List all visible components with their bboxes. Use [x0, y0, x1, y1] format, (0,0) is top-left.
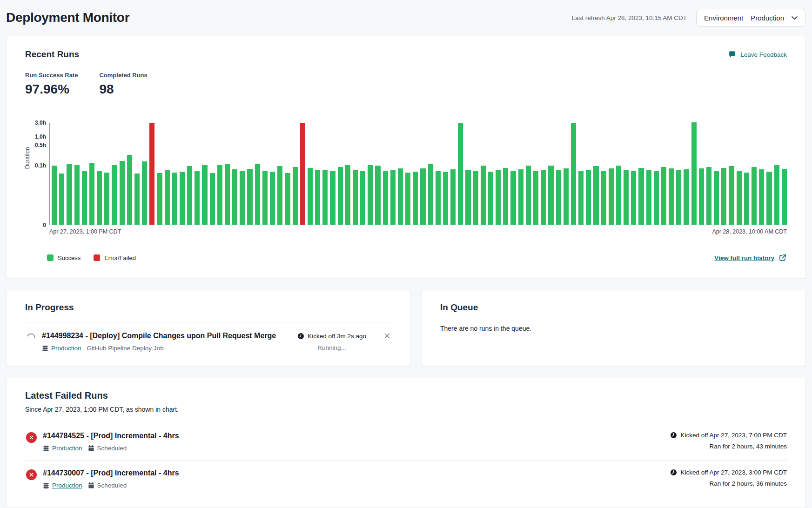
chart-bar-success[interactable]	[89, 163, 94, 225]
chart-bar-success[interactable]	[210, 173, 215, 225]
chart-bar-success[interactable]	[112, 165, 117, 225]
chart-bar-success[interactable]	[541, 170, 546, 225]
view-full-run-history-link[interactable]: View full run history	[714, 254, 787, 262]
chart-bar-success[interactable]	[383, 171, 388, 225]
chart-bar-success[interactable]	[443, 172, 448, 225]
chart-bar-success[interactable]	[262, 171, 268, 225]
chart-bar-success[interactable]	[533, 171, 538, 225]
chart-bar-success[interactable]	[684, 169, 689, 225]
chart-bar-success[interactable]	[526, 166, 531, 225]
chart-bar-success[interactable]	[593, 166, 598, 225]
chart-bar-success[interactable]	[195, 171, 200, 225]
chart-bar-success[interactable]	[699, 168, 704, 225]
chart-bar-success[interactable]	[661, 167, 666, 225]
chart-bar-success[interactable]	[202, 165, 207, 225]
chart-bar-success[interactable]	[766, 172, 772, 225]
environment-link[interactable]: Production	[42, 345, 81, 352]
chart-bar-success[interactable]	[601, 171, 606, 225]
chart-bar-success[interactable]	[420, 168, 425, 225]
chart-bar-success[interactable]	[277, 166, 282, 225]
chart-bar-success[interactable]	[360, 171, 365, 225]
chart-bar-success[interactable]	[458, 123, 463, 225]
chart-bar-success[interactable]	[428, 164, 433, 225]
environment-dropdown[interactable]: Environment Production	[696, 9, 805, 27]
chart-bar-success[interactable]	[669, 168, 674, 225]
chart-bar-success[interactable]	[616, 166, 621, 225]
chart-bar-success[interactable]	[624, 170, 629, 225]
chart-bar-success[interactable]	[375, 166, 380, 225]
chart-bar-success[interactable]	[646, 170, 651, 225]
chart-bar-success[interactable]	[247, 169, 252, 225]
close-icon[interactable]	[383, 332, 391, 340]
chart-bar-success[interactable]	[187, 166, 192, 225]
chart-bar-success[interactable]	[518, 169, 523, 225]
chart-bar-success[interactable]	[503, 168, 508, 225]
environment-link[interactable]: Production	[43, 445, 82, 452]
chart-bar-success[interactable]	[481, 166, 486, 225]
chart-bar-success[interactable]	[225, 164, 230, 225]
chart-bar-success[interactable]	[270, 172, 275, 225]
chart-bar-success[interactable]	[654, 171, 659, 225]
chart-bar-success[interactable]	[450, 169, 456, 225]
chart-bar-success[interactable]	[330, 171, 335, 225]
chart-bar-success[interactable]	[217, 165, 222, 225]
chart-bar-success[interactable]	[52, 166, 57, 225]
chart-bar-success[interactable]	[127, 155, 132, 225]
chart-bar-success[interactable]	[752, 167, 757, 225]
chart-bar-success[interactable]	[285, 173, 290, 225]
chart-bar-success[interactable]	[82, 171, 87, 225]
chart-bar-success[interactable]	[744, 173, 749, 225]
chart-bar-success[interactable]	[338, 167, 343, 225]
chart-bar-success[interactable]	[496, 170, 501, 225]
chart-bar-success[interactable]	[556, 170, 561, 225]
chart-bar-success[interactable]	[473, 171, 478, 225]
chart-bar-success[interactable]	[706, 167, 711, 225]
chart-bar-success[interactable]	[165, 170, 170, 225]
chart-bar-success[interactable]	[293, 167, 298, 225]
chart-bar-success[interactable]	[142, 161, 147, 225]
chart-bar-success[interactable]	[631, 171, 636, 225]
chart-bar-success[interactable]	[571, 123, 576, 225]
chart-bar-success[interactable]	[353, 170, 358, 225]
chart-bar-success[interactable]	[413, 172, 418, 225]
chart-bar-success[interactable]	[308, 168, 313, 225]
chart-bar-success[interactable]	[691, 122, 697, 225]
chart-bar-success[interactable]	[315, 170, 320, 225]
chart-bar-success[interactable]	[398, 168, 403, 225]
chart-bar-success[interactable]	[586, 170, 591, 225]
chart-bar-success[interactable]	[564, 168, 569, 225]
chart-bar-success[interactable]	[172, 173, 177, 225]
chart-bar-error[interactable]	[300, 123, 305, 225]
chart-bar-success[interactable]	[721, 168, 726, 225]
environment-link[interactable]: Production	[43, 482, 82, 489]
chart-bar-success[interactable]	[436, 171, 441, 225]
chart-bar-success[interactable]	[510, 171, 516, 225]
chart-bar-success[interactable]	[67, 164, 72, 225]
chart-bar-success[interactable]	[405, 173, 410, 225]
chart-bar-success[interactable]	[390, 170, 396, 225]
chart-bar-success[interactable]	[120, 161, 125, 225]
chart-bar-success[interactable]	[638, 168, 644, 225]
chart-bar-success[interactable]	[676, 170, 681, 225]
chart-bar-success[interactable]	[157, 173, 162, 225]
chart-bar-success[interactable]	[180, 172, 185, 225]
chart-bar-success[interactable]	[368, 165, 373, 225]
leave-feedback-button[interactable]: Leave Feedback	[728, 51, 787, 58]
chart-bar-success[interactable]	[104, 173, 109, 225]
chart-bar-success[interactable]	[74, 165, 80, 225]
chart-bar-success[interactable]	[737, 171, 742, 225]
chart-bar-success[interactable]	[578, 171, 584, 225]
chart-bar-success[interactable]	[548, 166, 553, 225]
chart-bar-success[interactable]	[729, 166, 734, 225]
chart-bar-success[interactable]	[345, 165, 350, 225]
chart-bar-success[interactable]	[134, 174, 140, 225]
chart-bar-success[interactable]	[714, 171, 719, 225]
chart-bar-success[interactable]	[759, 169, 764, 225]
chart-bar-success[interactable]	[240, 171, 245, 225]
chart-bar-success[interactable]	[488, 172, 493, 225]
chart-bar-success[interactable]	[782, 169, 787, 225]
chart-bar-success[interactable]	[465, 170, 470, 225]
chart-bar-success[interactable]	[232, 169, 237, 225]
chart-bar-success[interactable]	[609, 168, 614, 225]
chart-bar-success[interactable]	[59, 174, 64, 225]
